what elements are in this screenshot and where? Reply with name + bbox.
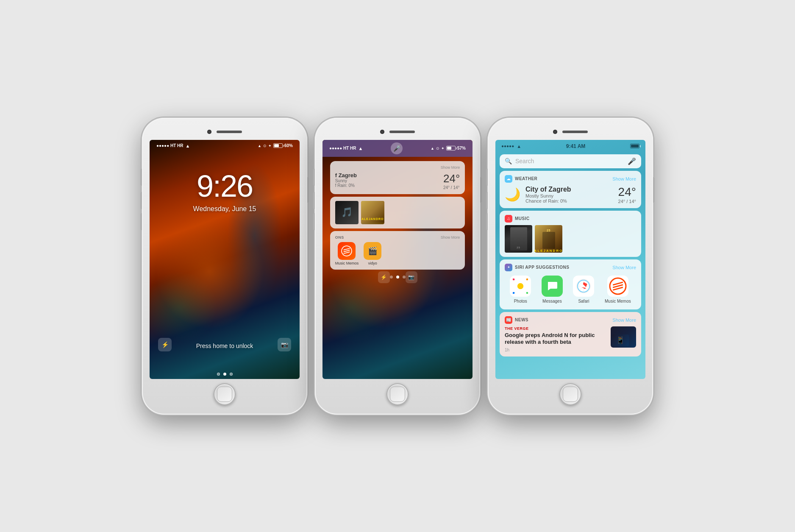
notification-screen: ●●●●● HT HR ▲ 🎤 ▲ ⊙ ✦ [322,140,473,379]
siri-title-row: ✦ SIRI APP SUGGESTIONS [505,264,569,271]
today-status-bar: ●●●●● ▲ 9:41 AM [495,140,645,153]
lockscreen-status-bar: ●●●●● HT HR ▲ ▲ ⊙ ✦ 60% [150,140,300,152]
news-text-area: THE VERGE Google preps Android N for pub… [505,326,606,353]
notif-location-icon: ▲ [431,146,434,150]
news-section-title: NEWS [515,318,528,322]
today-carrier: ●●●●● [501,144,514,148]
unlock-text[interactable]: Press home to unlock [196,343,253,349]
search-placeholder[interactable]: Search [515,158,624,164]
app-item-photos: Photos [510,276,531,304]
app-item-vidyo-notif: 🎬 vidyo [364,242,381,265]
home-button-inner-2 [390,387,405,402]
flashlight-button[interactable]: ⚡ [158,338,172,351]
album-mj: 🎵 [335,201,359,224]
siri-apps-today: Photos Messages [505,274,636,305]
weather-temp-notif: 24° [443,172,460,185]
notif-carrier: ●●●●● HT HR [329,146,356,150]
dot-1 [217,373,220,376]
siri-section-title: SIRI APP SUGGESTIONS [515,265,569,270]
notif-wifi-icon: ▲ [359,146,363,151]
today-background: ●●●●● ▲ 9:41 AM 🔍 Search 🎤 [495,140,645,379]
weather-show-more-today[interactable]: Show More [612,176,636,181]
weather-info: City of Zagreb Mostly Sunny Chance of Ra… [525,186,613,203]
camera-button[interactable]: 📷 [278,338,291,351]
status-right: ▲ ⊙ ✦ 60% [258,143,293,148]
weather-rain-notif: f Rain: 0% [335,183,357,188]
app-item-music-memos-today: Music Memos [605,276,631,304]
notif-bottom: ⚡ 📷 [371,270,424,285]
lock-date: Wednesday, June 15 [193,205,256,213]
today-screen: ●●●●● ▲ 9:41 AM 🔍 Search 🎤 [495,140,645,379]
dot-2 [223,373,226,376]
notif-camera-btn[interactable]: 📷 [406,271,417,283]
svg-point-8 [525,291,528,294]
weather-desc-notif: Sunny [335,178,357,183]
siri-mic-icon[interactable]: 🎤 [391,142,403,154]
siri-show-more-notif[interactable]: Show More [441,235,460,240]
weather-range-notif: 24° / 14° [443,185,460,190]
news-header-today: 📰 NEWS Show More [505,316,636,324]
home-button-2[interactable] [386,383,409,405]
notif-battery-fill [447,147,451,150]
speaker-grille [217,131,242,133]
weather-rain-today: Chance of Rain: 0% [525,198,613,203]
vidyo-icon-notif[interactable]: 🎬 [364,242,381,260]
music-widget-icon: ♫ [505,215,512,223]
music-memos-label-notif: Music Memos [335,261,359,265]
iphone-1-bottom [214,382,236,407]
safari-label: Safari [578,299,589,304]
mic-icon[interactable]: 🎤 [628,157,636,165]
safari-icon[interactable] [573,276,594,297]
svg-line-1 [344,248,350,250]
weather-show-more[interactable]: Show More [441,165,460,170]
siri-bar: ●●●●● HT HR ▲ 🎤 ▲ ⊙ ✦ [322,140,473,157]
weather-header-today: ☁ WEATHER Show More [505,175,636,183]
home-button-inner-1 [217,387,232,402]
app-item-music-memos-notif: Music Memos [335,242,359,265]
weather-widget-notif: Show More f Zagreb Sunny f Rain: 0% 24° … [330,161,465,194]
music-memos-icon-notif[interactable] [338,242,356,260]
siri-header-today: ✦ SIRI APP SUGGESTIONS Show More [505,264,636,271]
camera-dot-3 [553,130,557,134]
album-art-2: 25 ALEJANDRO [535,225,562,253]
news-widget-icon: 📰 [505,316,512,324]
page-dots [217,373,233,376]
siri-show-more-today[interactable]: Show More [612,265,636,270]
vidyo-label-notif: vidyo [368,261,377,265]
photos-icon[interactable] [510,276,531,297]
search-bar[interactable]: 🔍 Search 🎤 [500,154,641,168]
today-status-right [630,144,639,148]
siri-widget-notif: ONS Show More [330,231,465,270]
status-left: ●●●●● HT HR ▲ [156,143,190,148]
iphone-1-top [150,125,300,138]
today-status-left: ●●●●● ▲ [501,144,521,149]
dot-3 [230,373,233,376]
notif-battery-bar [446,146,456,150]
alejandro-text-today: ALEJANDRO [534,249,563,253]
home-button-inner-3 [563,387,578,402]
lockscreen-screen: ●●●●● HT HR ▲ ▲ ⊙ ✦ 60% 9:26 Wednesday, [150,140,300,379]
carrier-text: ●●●●● HT HR [156,143,183,148]
home-button-3[interactable] [559,383,581,405]
iphone-2-top [322,125,473,138]
weather-city-today: City of Zagreb [525,186,613,193]
notif-flashlight-btn[interactable]: ⚡ [378,271,390,283]
today-wifi-icon: ▲ [517,144,521,149]
news-show-more-today[interactable]: Show More [612,318,636,323]
messages-icon[interactable] [542,276,563,297]
music-widget-today: ♫ MUSIC 25 [500,211,641,257]
news-headline[interactable]: Google preps Android N for public releas… [505,332,606,346]
music-memos-icon-today[interactable] [607,276,628,297]
news-content: THE VERGE Google preps Android N for pub… [505,326,636,353]
music-title-row: ♫ MUSIC [505,215,530,223]
siri-widget-today: ✦ SIRI APP SUGGESTIONS Show More [500,259,641,309]
notif-status-left: ●●●●● HT HR ▲ [329,146,363,151]
location-icon: ▲ [258,144,261,148]
svg-point-6 [525,279,528,281]
app-item-messages: Messages [542,276,563,304]
camera-dot-2 [380,130,384,134]
home-button-1[interactable] [214,383,236,405]
alarm-icon: ⊙ [263,144,267,148]
notif-status-right: ▲ ⊙ ✦ 57% [431,146,466,150]
speaker-grille-3 [562,131,588,133]
